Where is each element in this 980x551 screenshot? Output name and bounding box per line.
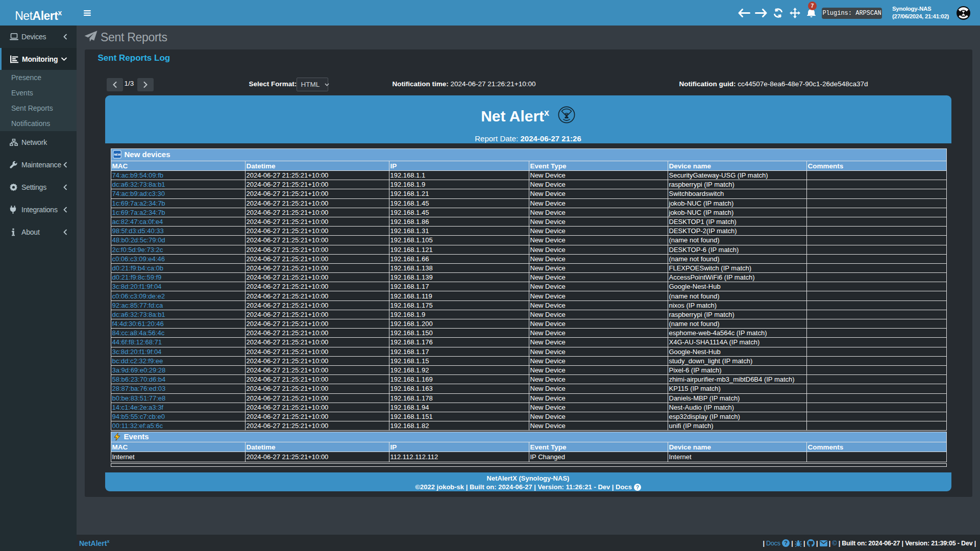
- svg-text:?: ?: [635, 484, 639, 490]
- svg-text:?: ?: [784, 540, 788, 546]
- svg-text:NEW: NEW: [114, 153, 121, 156]
